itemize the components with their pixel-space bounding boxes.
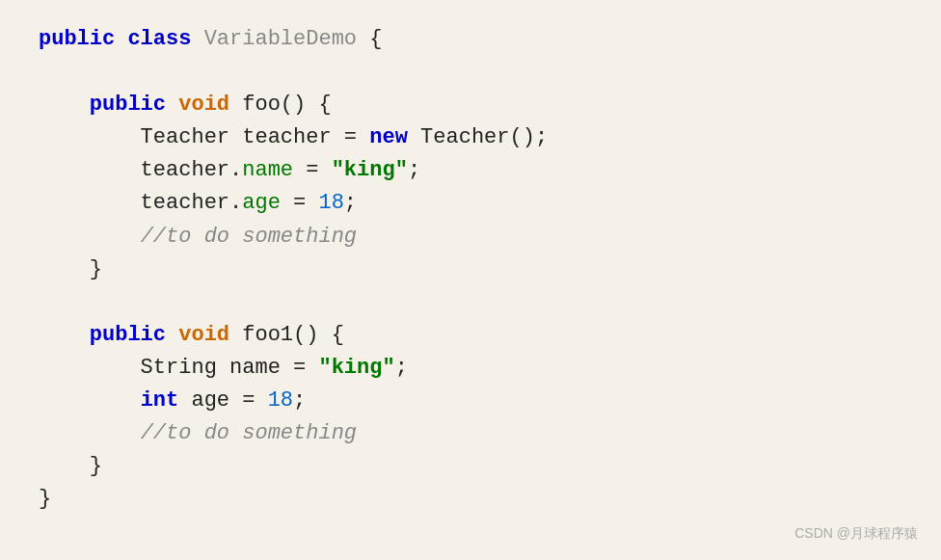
code-line-9 (39, 286, 902, 319)
watermark: CSDN @月球程序猿 (794, 525, 918, 543)
code-line-6: teacher.age = 18; (39, 187, 902, 220)
code-line-3: public void foo() { (39, 89, 902, 121)
code-line-11: String name = "king"; (39, 352, 902, 385)
code-line-14: } (39, 450, 902, 483)
code-line-15: } (39, 483, 902, 516)
code-block: public class VariableDemo { public void … (39, 23, 902, 516)
code-container: public class VariableDemo { public void … (0, 0, 941, 560)
code-line-1: public class VariableDemo { (39, 23, 902, 56)
code-line-10: public void foo1() { (39, 319, 902, 352)
code-line-13: //to do something (39, 417, 902, 450)
code-line-8: } (39, 253, 902, 286)
code-line-2 (39, 56, 902, 89)
code-line-4: Teacher teacher = new Teacher(); (39, 121, 902, 154)
code-line-5: teacher.name = "king"; (39, 154, 902, 187)
code-line-7: //to do something (39, 221, 902, 253)
code-line-12: int age = 18; (39, 385, 902, 417)
